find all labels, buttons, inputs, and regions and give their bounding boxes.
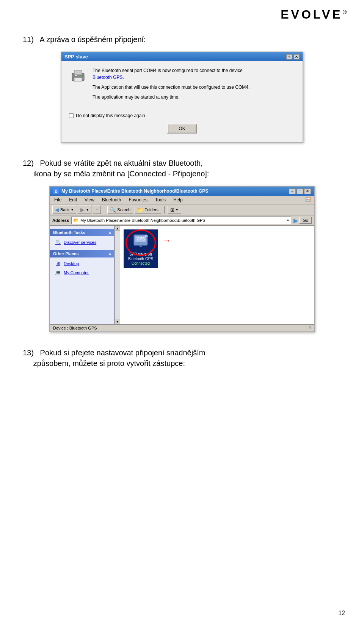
- forward-dropdown-icon: ▼: [86, 208, 89, 212]
- toolbar-views-button[interactable]: ⊞ ▼: [168, 206, 181, 214]
- section-12-text2: ikona by se měla změnit na [Connected - …: [33, 170, 209, 178]
- logo-text: EVOLVE®: [281, 8, 349, 21]
- forward-arrow-icon: ▶: [80, 207, 85, 213]
- statusbar-resize-icon: //: [309, 326, 311, 330]
- bluetooth-window-icon: B: [53, 188, 59, 194]
- discover-icon: 🔍: [55, 239, 61, 246]
- scroll-up-arrow[interactable]: ▲: [115, 226, 120, 231]
- desktop-icon: 🖥: [55, 260, 61, 267]
- content-item-wrapper: GPS B SPP slave on Bluetooth GPS Connect…: [124, 229, 158, 268]
- section-13-text: Pokud si přejete nastavovat připojení sn…: [40, 349, 206, 357]
- address-go-area: ▶ Go: [293, 217, 312, 224]
- dialog-titlebar-buttons: ? ✕: [286, 54, 300, 60]
- explorer-main: Bluetooth Tasks ∧ 🔍 Discover services: [50, 226, 314, 324]
- section-12-header: 12) Pokud se vrátíte zpět na aktuální st…: [23, 158, 341, 179]
- explorer-title: My Bluetooth Places\Entire Bluetooth Nei…: [61, 188, 208, 194]
- tasks-collapse-icon[interactable]: ∧: [108, 231, 111, 235]
- section-13-header: 13) Pokud si přejete nastavovat připojen…: [23, 347, 341, 369]
- section-12-text: Pokud se vrátíte zpět na aktuální stav B…: [40, 159, 203, 167]
- desktop-link[interactable]: 🖥 Desktop: [50, 259, 114, 268]
- section-11-header: 11) A zpráva o úspěšném připojení:: [23, 34, 341, 45]
- search-icon: 🔍: [110, 207, 116, 213]
- dialog-checkbox-row: Do not display this message again: [69, 113, 295, 118]
- menu-tools[interactable]: Tools: [154, 197, 167, 203]
- dialog-printer-icon: [69, 67, 87, 89]
- dialog-close-button[interactable]: ✕: [293, 54, 300, 60]
- spp-slave-dialog: SPP slave ? ✕: [61, 52, 303, 143]
- views-dropdown-icon: ▼: [176, 208, 179, 212]
- spp-slave-item[interactable]: GPS B SPP slave on Bluetooth GPS Connect…: [124, 229, 158, 268]
- explorer-statusbar: Device : Bluetooth GPS //: [50, 324, 314, 331]
- dialog-message: The Bluetooth serial port COM4 is now co…: [93, 67, 249, 104]
- section-11: 11) A zpráva o úspěšném připojení: SPP s…: [23, 34, 341, 143]
- toolbar-search-button[interactable]: 🔍 Search: [107, 206, 133, 214]
- dialog-checkbox[interactable]: [69, 113, 74, 118]
- dialog-help-button[interactable]: ?: [286, 54, 292, 60]
- section-11-number: 11): [23, 35, 34, 44]
- svg-text:B: B: [145, 234, 148, 238]
- toolbar-up-button[interactable]: ↑: [93, 206, 101, 214]
- sidebar-scrollbar[interactable]: ▲ ▼: [115, 226, 120, 324]
- menu-view[interactable]: View: [83, 197, 96, 203]
- address-dropdown-icon: ▼: [286, 219, 289, 222]
- explorer-addressbar: Address 📂 My Bluetooth Places\Entire Blu…: [50, 215, 314, 226]
- address-input-area[interactable]: 📂 My Bluetooth Places\Entire Bluetooth N…: [71, 217, 291, 224]
- discover-services-link[interactable]: 🔍 Discover services: [50, 238, 114, 247]
- toolbar-separator-1: [104, 206, 104, 214]
- dialog-checkbox-label: Do not display this message again: [76, 113, 145, 118]
- red-arrow-indicator: ←: [162, 235, 171, 246]
- back-arrow-icon: ◀: [55, 207, 59, 213]
- address-go-button[interactable]: Go: [299, 217, 312, 224]
- up-arrow-icon: ↑: [96, 207, 98, 213]
- mycomputer-link[interactable]: 💻 My Computer: [50, 268, 114, 277]
- menu-help[interactable]: Help: [172, 197, 184, 203]
- explorer-close-button[interactable]: ✕: [304, 188, 311, 194]
- scroll-down-arrow[interactable]: ▼: [115, 319, 120, 324]
- folders-icon: 📁: [137, 207, 143, 213]
- address-icon: 📂: [73, 218, 79, 223]
- spp-slave-icon: GPS B: [132, 232, 150, 250]
- address-go-arrow-icon: ▶: [293, 217, 298, 224]
- section-12-number: 12): [23, 159, 34, 167]
- menu-favorites[interactable]: Favorites: [128, 197, 149, 203]
- section-13: 13) Pokud si přejete nastavovat připojen…: [23, 347, 341, 369]
- sidebar-tasks-header: Bluetooth Tasks ∧: [50, 229, 114, 236]
- sidebar-tasks-section: Bluetooth Tasks ∧ 🔍 Discover services: [50, 229, 114, 247]
- section-13-number: 13): [23, 349, 34, 357]
- page-number: 12: [338, 610, 345, 617]
- back-dropdown-icon: ▼: [71, 208, 74, 212]
- sidebar-places-section: Other Places ∧ 🖥 Desktop 💻 My Computer: [50, 250, 114, 277]
- dialog-content-area: The Bluetooth serial port COM4 is now co…: [69, 67, 295, 104]
- toolbar-back-button[interactable]: ◀ Back ▼: [52, 206, 76, 214]
- menu-bluetooth[interactable]: Bluetooth: [101, 197, 122, 203]
- mycomputer-icon: 💻: [55, 269, 61, 276]
- explorer-titlebar: B My Bluetooth Places\Entire Bluetooth N…: [50, 187, 314, 196]
- explorer-minimize-button[interactable]: −: [289, 188, 296, 194]
- svg-rect-3: [75, 75, 77, 76]
- svg-text:GPS: GPS: [136, 237, 144, 241]
- explorer-titlebar-left: B My Bluetooth Places\Entire Bluetooth N…: [53, 188, 208, 194]
- svg-point-7: [140, 245, 142, 247]
- explorer-titlebar-buttons: − □ ✕: [289, 188, 311, 194]
- explorer-sidebar: Bluetooth Tasks ∧ 🔍 Discover services: [50, 226, 115, 324]
- explorer-sidebar-container: Bluetooth Tasks ∧ 🔍 Discover services: [50, 226, 120, 324]
- dialog-titlebar: SPP slave ? ✕: [61, 52, 303, 61]
- section-13-text2: způsobem, můžete si proto vytvořit zástu…: [33, 359, 185, 367]
- menu-file[interactable]: File: [53, 197, 63, 203]
- spp-slave-label: SPP slave on Bluetooth GPS Connected: [126, 251, 155, 266]
- dialog-title: SPP slave: [64, 54, 88, 60]
- address-label: Address: [52, 218, 69, 223]
- explorer-toolbar: ◀ Back ▼ ▶ ▼ ↑ 🔍 Search 📁 F: [50, 204, 314, 215]
- address-path-text: My Bluetooth Places\Entire Bluetooth Nei…: [80, 218, 206, 223]
- bluetooth-explorer-window: B My Bluetooth Places\Entire Bluetooth N…: [49, 186, 315, 332]
- explorer-maximize-button[interactable]: □: [297, 188, 303, 194]
- dialog-ok-button[interactable]: OK: [167, 124, 197, 133]
- toolbar-folders-button[interactable]: 📁 Folders: [135, 206, 161, 214]
- sidebar-places-header: Other Places ∧: [50, 250, 114, 257]
- svg-rect-2: [74, 78, 82, 82]
- toolbar-forward-button[interactable]: ▶ ▼: [78, 206, 91, 214]
- places-collapse-icon[interactable]: ∧: [108, 252, 111, 256]
- menu-edit[interactable]: Edit: [68, 197, 78, 203]
- dialog-buttons: OK: [69, 124, 295, 136]
- explorer-menubar: File Edit View Bluetooth Favorites Tools…: [50, 196, 314, 204]
